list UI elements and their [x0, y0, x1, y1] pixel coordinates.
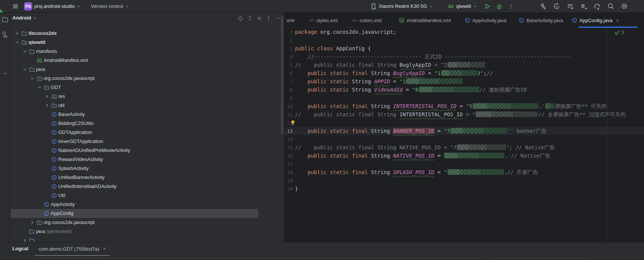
line-number[interactable]: 13: [284, 127, 293, 135]
code-line-10[interactable]: 10 public static final String INTERTERIS…: [284, 102, 644, 110]
code-line-6[interactable]: 6 public static final String BuglyAppID …: [284, 69, 644, 77]
code-line-2[interactable]: 2: [284, 36, 644, 44]
line-number[interactable]: 7: [284, 78, 293, 86]
code-line-5[interactable]: 5// public static final String BuglyAppI…: [284, 61, 644, 69]
logcat-secondary-input[interactable]: [492, 258, 589, 260]
tree-item-androidmanifest-xml[interactable]: MAndroidManifest.xml: [10, 56, 284, 65]
chevron-down-icon[interactable]: [22, 48, 28, 54]
tree-scrollbar[interactable]: [281, 16, 283, 134]
code-line-15[interactable]: 15// public static final String NATIVE_P…: [284, 143, 644, 152]
settings-icon[interactable]: [621, 3, 628, 10]
apply-changes-icon[interactable]: A: [553, 3, 560, 10]
code-line-3[interactable]: 3public class AppConfig {: [284, 44, 644, 53]
tree-item-unifiedbanneractivity[interactable]: CUnifiedBannerActivity: [10, 173, 284, 182]
tree-item-java[interactable]: java (generated): [10, 227, 284, 236]
code-line-4[interactable]: 4 //---------------------------------- 正…: [284, 53, 644, 61]
tree-item-org-cocos2dx-javascript[interactable]: org.cocos2dx.javascript: [10, 74, 284, 83]
code-line-16[interactable]: 16 public static final String NATIVE_POS…: [284, 152, 644, 160]
tree-item-rewardvideoactivity[interactable]: CRewardVideoActivity: [10, 155, 284, 164]
tree-item-res[interactable]: res: [10, 92, 284, 101]
tree-item-java[interactable]: java: [10, 65, 284, 74]
line-number[interactable]: 15: [284, 144, 293, 152]
line-number[interactable]: 5: [284, 61, 293, 69]
code-line-19[interactable]: 19: [284, 176, 644, 185]
chevron-down-icon[interactable]: [14, 39, 20, 45]
device-selector[interactable]: Xiaomi Redmi K30 5G: [370, 3, 434, 10]
code-line-12[interactable]: 12: [284, 119, 644, 127]
line-number[interactable]: 8: [284, 86, 293, 94]
tab-baseactivity-java[interactable]: CBaseActivity.java: [516, 13, 565, 28]
line-number[interactable]: 14: [284, 135, 293, 144]
chevron-right-icon[interactable]: [22, 237, 28, 242]
tree-item-unifiedinterstitialadactivity[interactable]: CUnifiedInterstitialADActivity: [10, 182, 284, 191]
code-line-8[interactable]: 8 public static String VideoAdId = "6// …: [284, 86, 644, 94]
more-windows-icon[interactable]: [2, 70, 9, 77]
line-number[interactable]: 4: [284, 53, 293, 61]
more-icon[interactable]: [508, 3, 514, 9]
tree-item-qtwwttl[interactable]: qtwwttl: [10, 38, 284, 47]
tab-androidmanifest-xml[interactable]: MAndroidManifest.xml: [396, 13, 453, 28]
chevron-down-icon[interactable]: [36, 84, 42, 90]
collapse-all-icon[interactable]: [256, 15, 262, 21]
project-view-selector[interactable]: Android: [12, 15, 37, 21]
code-line-7[interactable]: 7 public static String APPID = "1: [284, 77, 644, 86]
line-number[interactable]: 3: [284, 45, 293, 53]
line-number[interactable]: 11: [284, 111, 293, 119]
code-line-13[interactable]: 13 public static final String BANNER_POS…: [284, 127, 644, 135]
code-line-11[interactable]: 11// public static final String INTERTER…: [284, 110, 644, 119]
line-number[interactable]: 20: [284, 185, 293, 193]
line-number[interactable]: 18: [284, 168, 293, 177]
tree-item-appactivity[interactable]: CAppActivity: [10, 200, 284, 209]
intention-bulb-icon[interactable]: [290, 120, 295, 126]
apply-code-changes-icon[interactable]: [567, 3, 574, 10]
line-number[interactable]: 10: [284, 102, 293, 111]
search-icon[interactable]: [607, 3, 614, 10]
code-line-14[interactable]: 14: [284, 135, 644, 143]
tab-appconfig-java[interactable]: CAppConfig.java×: [569, 13, 621, 28]
build-icon[interactable]: [540, 3, 547, 10]
run-configuration-selector[interactable]: qtwwttl: [447, 3, 478, 10]
project-icon[interactable]: [2, 16, 9, 23]
gradle-sync-icon[interactable]: [594, 3, 601, 10]
hide-icon[interactable]: [275, 15, 281, 21]
line-number[interactable]: 19: [284, 177, 293, 185]
chevron-down-icon[interactable]: [29, 75, 35, 81]
code-editor[interactable]: 1package org.cocos2dx.javascript;23publi…: [284, 28, 644, 242]
tree-item-innergdtapplication[interactable]: CInnerGDTApplication: [10, 137, 284, 146]
tree-item-libcocos2dx[interactable]: libcocos2dx: [10, 29, 284, 38]
project-widget[interactable]: PS proj.android-studio: [24, 2, 81, 11]
chevron-down-icon[interactable]: [22, 66, 28, 72]
version-control-widget[interactable]: Version control: [91, 3, 130, 9]
tree-item-folder[interactable]: [10, 236, 284, 242]
chevron-right-icon[interactable]: [29, 219, 35, 225]
tab-styles-xml[interactable]: </>styles.xml: [306, 13, 340, 28]
more-icon[interactable]: [266, 15, 272, 21]
tree-item-splashactivity[interactable]: CSplashActivity: [10, 164, 284, 173]
inspections-widget[interactable]: 5: [614, 30, 624, 35]
code-line-9[interactable]: 9: [284, 94, 644, 102]
line-number[interactable]: 1: [284, 28, 293, 36]
code-line-20[interactable]: 20}: [284, 185, 644, 193]
tree-item-nativeadunifiedpremovieactivity[interactable]: CNativeADUnifiedPreMovieActivity: [10, 146, 284, 155]
tree-item-gdtapplication[interactable]: CGDTApplication: [10, 128, 284, 137]
tree-item-appconfig[interactable]: CAppConfig: [10, 209, 284, 218]
tree-item-manifests[interactable]: manifests: [10, 47, 284, 56]
line-number[interactable]: 9: [284, 94, 293, 102]
locate-icon[interactable]: [237, 15, 243, 21]
tree-item-baseactivity[interactable]: CBaseActivity: [10, 110, 284, 119]
line-number[interactable]: 17: [284, 160, 293, 168]
code-line-1[interactable]: 1package org.cocos2dx.javascript;: [284, 28, 644, 36]
tab-colors-xml[interactable]: </>colors.xml: [349, 13, 384, 28]
tree-item-util[interactable]: CUtil: [10, 191, 284, 200]
close-icon[interactable]: ×: [616, 18, 619, 23]
main-menu-icon[interactable]: [12, 3, 19, 10]
line-number[interactable]: 6: [284, 69, 293, 78]
tree-item-util[interactable]: util: [10, 101, 284, 110]
tab-xml[interactable]: xml: [284, 13, 296, 28]
tree-item-gdt[interactable]: GDT: [10, 83, 284, 92]
tab-appactivity-java[interactable]: CAppActivity.java: [462, 13, 509, 28]
chevron-right-icon[interactable]: [44, 93, 50, 99]
logcat-tab[interactable]: com.demo.GDT (7558cd7a) ×: [39, 246, 106, 252]
run-icon[interactable]: [484, 3, 491, 10]
chevron-right-icon[interactable]: [44, 102, 50, 108]
